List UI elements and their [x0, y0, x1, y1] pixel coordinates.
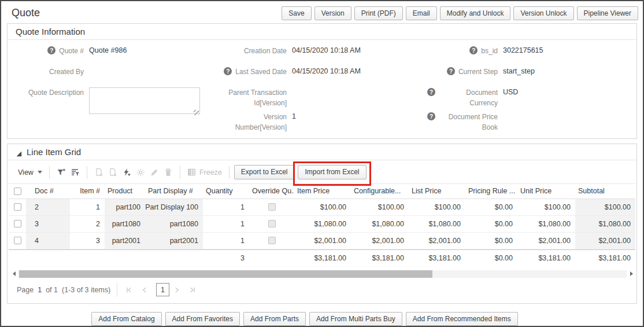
column-header-part-display[interactable]: Part Display #	[145, 184, 203, 199]
version-unlock-button[interactable]: Version Unlock	[513, 6, 573, 20]
email-button[interactable]: Email	[406, 6, 437, 20]
add-from-catalog-button[interactable]: Add From Catalog	[91, 312, 161, 326]
quote-description-input[interactable]	[89, 87, 200, 114]
print-pdf-button[interactable]: Print (PDF)	[354, 6, 403, 20]
cell-configurable: $1,080.00	[351, 216, 409, 232]
field-quote-number: ? Quote # Quote #986	[8, 42, 214, 63]
override-quantity-checkbox[interactable]	[268, 220, 276, 227]
view-dropdown[interactable]: View	[16, 168, 45, 177]
quote-info-column-3: ? bs_id 3022175615 ? Current Step start_…	[427, 42, 636, 133]
scroll-right-icon[interactable]	[628, 270, 634, 278]
cell-part-display: part2001	[145, 233, 203, 249]
chevron-down-icon	[38, 171, 42, 174]
row-checkbox[interactable]	[14, 237, 21, 244]
collapse-triangle-icon[interactable]	[16, 149, 22, 155]
field-value: 1	[287, 112, 296, 122]
help-icon[interactable]: ?	[469, 46, 478, 54]
cell-pricing-rule: $0.00	[465, 233, 517, 249]
page-number-input[interactable]	[156, 283, 169, 296]
quote-info-column-2: Creation Date 04/15/2020 10:18 AM ? Last…	[214, 42, 427, 133]
cell-pricing-rule: $0.00	[465, 216, 517, 232]
cell-subtotal: $1,080.00	[575, 216, 635, 232]
help-icon[interactable]: ?	[447, 67, 455, 75]
add-from-favorites-button[interactable]: Add From Favorites	[165, 312, 240, 326]
filter-settings-icon[interactable]	[68, 167, 82, 178]
column-header-item[interactable]: Item #	[70, 184, 105, 199]
field-creation-date: Creation Date 04/15/2020 10:18 AM	[214, 42, 427, 63]
help-icon[interactable]: ?	[47, 46, 55, 54]
field-current-step: ? Current Step start_step	[427, 63, 636, 84]
field-value: 04/15/2020 10:18 AM	[287, 67, 361, 77]
edit-pencil-icon	[147, 167, 161, 178]
column-header-subtotal[interactable]: Subtotal	[575, 184, 635, 199]
column-header-doc[interactable]: Doc #	[26, 184, 70, 199]
save-button[interactable]: Save	[282, 6, 311, 20]
quote-information-title: Quote Information	[8, 24, 636, 40]
row-checkbox[interactable]	[14, 203, 21, 211]
column-header-unit-price[interactable]: Unit Price	[517, 184, 575, 199]
cell-pricing-rule: $0.00	[465, 199, 517, 215]
column-header-pricing-rule[interactable]: Pricing Rule ...	[465, 184, 517, 199]
settings-gear-icon	[134, 167, 147, 178]
quote-information-body: ? Quote # Quote #986 Created By Quote De…	[8, 40, 636, 138]
column-header-quantity[interactable]: Quantity	[203, 184, 249, 199]
total-item-price: $3,181.00	[294, 250, 351, 266]
column-header-list-price[interactable]: List Price	[409, 184, 465, 199]
field-created-by: Created By	[8, 63, 214, 84]
total-list-price: $3,181.00	[409, 250, 465, 266]
select-all-checkbox[interactable]	[14, 188, 21, 195]
add-from-parts-button[interactable]: Add From Parts	[243, 312, 306, 326]
toolbar-separator	[229, 166, 230, 179]
row-checkbox[interactable]	[14, 220, 21, 227]
toolbar-separator	[180, 166, 180, 179]
cell-list-price: $100.00	[409, 199, 465, 215]
field-document-currency: ? Document Currency USD	[427, 84, 636, 108]
reconfigure-lightning-icon[interactable]	[120, 167, 134, 178]
column-header-item-price[interactable]: Item Price	[294, 184, 351, 199]
field-label: Parent Transaction Id[Version]	[214, 87, 287, 108]
scrollbar-thumb[interactable]	[19, 270, 432, 278]
copy-line-icon	[92, 167, 106, 178]
scroll-left-icon[interactable]	[11, 270, 17, 278]
field-label: Quote #	[59, 46, 84, 56]
column-header-override-quantity[interactable]: Override Qu...	[249, 184, 294, 199]
column-header-configurable[interactable]: Configurable...	[351, 184, 409, 199]
column-header-product[interactable]: Product	[105, 184, 145, 199]
top-bar: Quote Save Version Print (PDF) Email Mod…	[1, 1, 643, 23]
import-from-excel-button[interactable]: Import from Excel	[298, 165, 366, 179]
pagination-bar: Page 1 of 1 (1-3 of 3 items)	[8, 278, 636, 303]
version-button[interactable]: Version	[314, 6, 351, 20]
field-label: bs_id	[481, 46, 498, 56]
last-page-icon	[187, 284, 198, 296]
filter-add-icon[interactable]	[54, 167, 68, 178]
cell-unit-price: $100.00	[517, 199, 575, 215]
field-label: Quote Description	[28, 87, 84, 98]
pipeline-viewer-button[interactable]: Pipeline Viewer	[577, 6, 639, 20]
import-from-excel-wrapper: Import from Excel	[298, 165, 366, 179]
help-icon[interactable]: ?	[427, 88, 435, 96]
grid-toolbar: View	[8, 160, 636, 183]
table-row: 2 1 part100 Part Display 100 1 $100.00 $…	[9, 199, 635, 216]
override-quantity-checkbox[interactable]	[268, 203, 276, 211]
cell-configurable: $100.00	[351, 199, 409, 215]
field-last-saved-date: ? Last Saved Date 04/15/2020 10:18 AM	[214, 63, 427, 84]
help-icon[interactable]: ?	[427, 112, 435, 120]
field-value: 04/15/2020 10:18 AM	[287, 46, 361, 56]
modify-and-unlock-button[interactable]: Modify and Unlock	[440, 6, 511, 20]
cell-quantity[interactable]: 1	[203, 216, 249, 232]
total-configurable: $3,181.00	[351, 250, 409, 266]
cell-item: 3	[70, 233, 105, 249]
export-to-excel-button[interactable]: Export to Excel	[234, 165, 295, 179]
help-icon[interactable]: ?	[224, 67, 232, 75]
line-item-grid-title-row: Line Item Grid	[8, 144, 636, 160]
scrollbar-track[interactable]	[18, 270, 627, 278]
add-from-recommended-items-button[interactable]: Add From Recommended Items	[406, 312, 518, 326]
override-quantity-checkbox[interactable]	[268, 237, 276, 244]
quote-info-column-1: ? Quote # Quote #986 Created By Quote De…	[8, 42, 214, 133]
add-from-multi-parts-buy-button[interactable]: Add From Multi Parts Buy	[309, 312, 402, 326]
field-document-price-book: ? Document Price Book	[427, 108, 636, 133]
table-row: 4 3 part2001 part2001 1 $2,001.00 $2,001…	[9, 233, 635, 249]
cell-quantity[interactable]: 1	[203, 199, 249, 215]
cell-quantity[interactable]: 1	[203, 233, 249, 249]
field-bs-id: ? bs_id 3022175615	[427, 42, 636, 63]
